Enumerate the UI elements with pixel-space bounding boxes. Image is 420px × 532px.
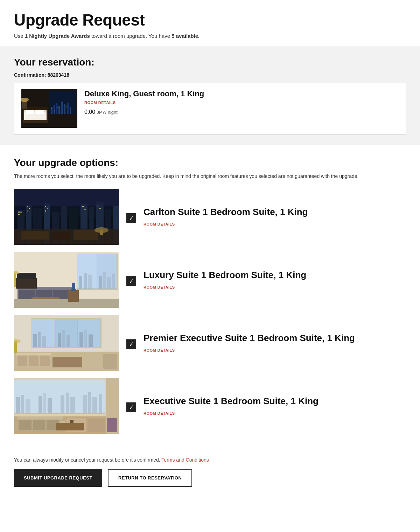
svg-rect-42 (29, 208, 30, 209)
luxury-checkbox[interactable]: ✓ (126, 276, 136, 286)
reservation-section-title: Your reservation: (14, 57, 406, 68)
svg-rect-55 (74, 230, 98, 240)
luxury-checkbox-wrapper[interactable]: ✓ (119, 274, 144, 286)
svg-rect-72 (103, 272, 106, 289)
luxury-svg (14, 252, 119, 308)
svg-rect-3 (54, 105, 55, 114)
svg-rect-156 (107, 418, 117, 432)
carlton-room-image (14, 189, 119, 245)
svg-rect-19 (35, 110, 44, 114)
upgrade-section: Your upgrade options: The more rooms you… (0, 145, 420, 448)
current-room-svg (21, 89, 77, 128)
upgrade-description: The more rooms you select, the more like… (14, 173, 406, 180)
svg-rect-117 (84, 353, 102, 369)
svg-rect-139 (66, 393, 69, 413)
svg-rect-108 (66, 335, 70, 347)
svg-rect-132 (16, 397, 20, 413)
svg-rect-111 (89, 334, 93, 347)
subtitle: Use 1 Nightly Upgrade Awards toward a ro… (14, 33, 406, 39)
svg-rect-105 (42, 336, 46, 347)
svg-rect-51 (14, 189, 119, 206)
svg-rect-70 (88, 275, 92, 289)
svg-rect-116 (40, 355, 50, 366)
current-room-name: Deluxe King, Guest room, 1 King (84, 89, 399, 98)
upgrade-options-list: ✓ Carlton Suite 1 Bedroom Suite, 1 King … (14, 189, 406, 441)
svg-rect-87 (68, 290, 79, 302)
subtitle-prefix: Use (14, 33, 25, 39)
svg-rect-97 (31, 347, 102, 348)
carlton-room-name: Carlton Suite 1 Bedroom Suite, 1 King (144, 207, 406, 217)
svg-rect-50 (99, 208, 101, 209)
svg-rect-146 (18, 416, 63, 420)
svg-rect-5 (58, 106, 60, 114)
svg-rect-118 (103, 354, 117, 369)
svg-rect-147 (19, 420, 31, 430)
current-room-price-unit: JPY/ night (97, 110, 118, 115)
svg-rect-2 (51, 107, 52, 114)
svg-rect-95 (100, 318, 102, 348)
svg-rect-48 (84, 209, 86, 210)
list-item: ✓ Executive Suite 1 Bedroom Suite, 1 Kin… (14, 378, 406, 441)
svg-rect-11 (55, 110, 55, 111)
premier-details-link[interactable]: ROOM DETAILS (144, 348, 175, 352)
svg-rect-47 (82, 206, 84, 207)
submit-upgrade-button[interactable]: SUBMIT UPGRADE REQUEST (14, 469, 102, 487)
svg-rect-6 (61, 102, 63, 114)
svg-rect-81 (14, 299, 119, 308)
current-room-info: Deluxe King, Guest room, 1 King ROOM DET… (84, 89, 399, 115)
executive-room-info: Executive Suite 1 Bedroom Suite, 1 King … (144, 396, 406, 416)
terms-text: You can always modify or cancel your req… (14, 457, 406, 463)
terms-link[interactable]: Terms and Conditions (161, 457, 209, 463)
svg-rect-141 (83, 395, 87, 413)
svg-rect-9 (70, 107, 71, 114)
svg-rect-69 (84, 273, 87, 289)
svg-rect-68 (79, 276, 82, 289)
svg-rect-143 (92, 397, 97, 413)
carlton-checkbox-wrapper[interactable]: ✓ (119, 210, 144, 223)
carlton-checkbox[interactable]: ✓ (126, 213, 136, 223)
svg-rect-40 (18, 214, 20, 215)
carlton-details-link[interactable]: ROOM DETAILS (144, 222, 175, 226)
svg-rect-134 (26, 399, 30, 413)
carlton-room-info: Carlton Suite 1 Bedroom Suite, 1 King RO… (144, 207, 406, 227)
executive-room-image (14, 378, 119, 434)
current-room-details-link[interactable]: ROOM DETAILS (84, 101, 399, 105)
page-title: Upgrade Request (14, 11, 406, 29)
svg-rect-71 (99, 276, 102, 289)
executive-details-link[interactable]: ROOM DETAILS (144, 411, 175, 415)
svg-rect-7 (64, 104, 65, 114)
premier-checkbox-wrapper[interactable]: ✓ (119, 337, 144, 349)
reservation-section: Your reservation: Confirmation: 88263418 (0, 46, 420, 145)
carlton-svg (14, 189, 119, 245)
luxury-room-info: Luxury Suite 1 Bedroom Suite, 1 King ROO… (144, 270, 406, 290)
executive-room-name: Executive Suite 1 Bedroom Suite, 1 King (144, 396, 406, 407)
executive-checkbox-wrapper[interactable]: ✓ (119, 400, 144, 412)
svg-rect-62 (117, 254, 118, 289)
current-room-card: Deluxe King, Guest room, 1 King ROOM DET… (14, 83, 406, 134)
svg-rect-142 (88, 392, 91, 413)
svg-rect-140 (70, 397, 75, 413)
current-room-image (21, 89, 77, 128)
svg-rect-127 (14, 413, 105, 414)
svg-rect-148 (33, 420, 45, 430)
svg-rect-119 (52, 357, 82, 367)
svg-rect-64 (77, 289, 118, 290)
svg-rect-13 (63, 110, 63, 110)
svg-rect-45 (47, 208, 48, 209)
svg-rect-18 (26, 110, 34, 114)
svg-rect-46 (45, 210, 46, 212)
luxury-img-box (14, 252, 119, 308)
svg-rect-113 (16, 353, 51, 355)
luxury-details-link[interactable]: ROOM DETAILS (144, 285, 175, 289)
executive-checkbox[interactable]: ✓ (126, 402, 136, 412)
svg-rect-115 (29, 355, 38, 366)
carlton-checkmark: ✓ (129, 215, 134, 221)
subtitle-middle: toward a room upgrade. You have (90, 33, 172, 39)
premier-checkbox[interactable]: ✓ (126, 339, 136, 349)
return-to-reservation-button[interactable]: RETURN TO RESERVATION (108, 469, 192, 487)
svg-rect-82 (16, 278, 37, 289)
svg-rect-38 (18, 212, 20, 213)
svg-rect-151 (88, 419, 105, 432)
svg-rect-73 (107, 277, 111, 289)
executive-svg (14, 378, 119, 434)
